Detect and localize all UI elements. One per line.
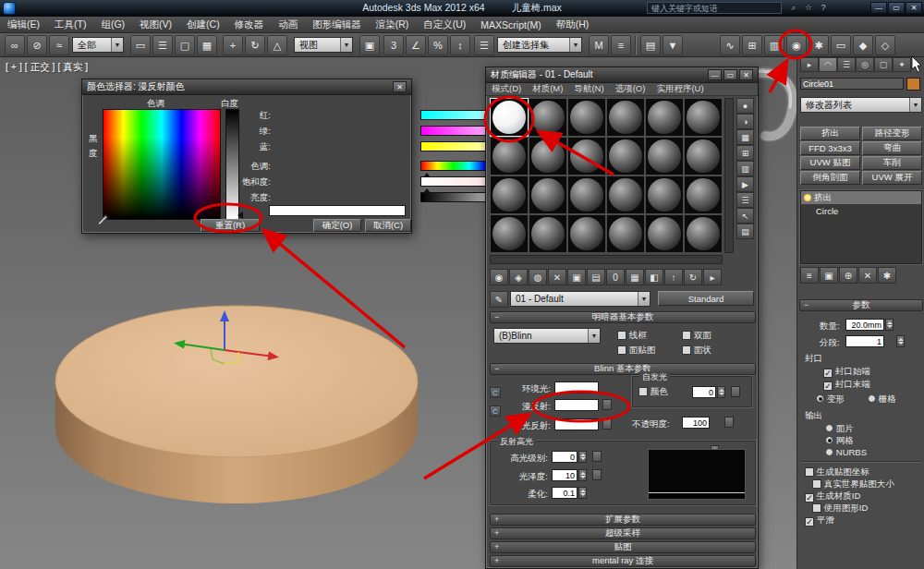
- menu-maxscript[interactable]: MAXScript(M): [473, 19, 548, 30]
- get-material-icon[interactable]: ◉: [490, 269, 508, 285]
- whiteness-marker-icon[interactable]: [237, 212, 243, 219]
- mental-ray-rollout[interactable]: +mental ray 连接: [490, 555, 756, 567]
- modifier-button-bevel-profile[interactable]: 倒角剖面: [800, 171, 860, 185]
- remove-modifier-icon[interactable]: ✕: [858, 267, 877, 284]
- render-iterative-icon[interactable]: ◇: [875, 35, 895, 55]
- menu-tools[interactable]: 工具(T): [47, 18, 93, 31]
- glossiness-spinner[interactable]: [578, 469, 587, 481]
- sample-type-icon[interactable]: ●: [736, 98, 754, 114]
- viewport-menu-shading[interactable]: [ 真实 ]: [57, 61, 88, 72]
- close-icon[interactable]: ✕: [393, 81, 407, 92]
- lock-diffuse-specular-icon[interactable]: C: [490, 406, 501, 417]
- render-production-icon[interactable]: ◆: [853, 35, 873, 55]
- reset-map-icon[interactable]: ✕: [548, 269, 566, 285]
- material-editor-titlebar[interactable]: 材质编辑器 - 01 - Default — ▭ ✕: [486, 67, 758, 83]
- cancel-button[interactable]: 取消(C): [365, 219, 411, 232]
- angle-snap-icon[interactable]: ∠: [406, 35, 426, 55]
- modifier-button-ffd[interactable]: FFD 3x3x3: [800, 141, 860, 155]
- tab-modify[interactable]: ◠: [819, 57, 837, 72]
- window-crossing-icon[interactable]: ▦: [197, 35, 217, 55]
- edit-named-selections-icon[interactable]: ☰: [474, 35, 494, 55]
- tab-motion[interactable]: ◎: [856, 57, 874, 72]
- video-color-check-icon[interactable]: ▥: [736, 161, 754, 176]
- tab-create[interactable]: ▸: [800, 57, 819, 72]
- shader-rollout-header[interactable]: −明暗器基本参数: [490, 311, 756, 323]
- material-name-dropdown[interactable]: 01 - Default▼: [510, 291, 650, 307]
- sample-slot[interactable]: [567, 98, 606, 137]
- menu-animation[interactable]: 动画: [271, 18, 305, 31]
- select-and-link-icon[interactable]: ∞: [5, 35, 25, 55]
- move-icon[interactable]: +: [223, 35, 243, 55]
- gen-mapping-checkbox[interactable]: [805, 467, 814, 477]
- minimize-button[interactable]: —: [870, 2, 887, 14]
- menu-options[interactable]: 选项(O): [610, 83, 651, 95]
- sample-slot[interactable]: [490, 214, 529, 253]
- amount-spinner[interactable]: [885, 319, 894, 331]
- glossiness-field[interactable]: 10: [552, 469, 578, 481]
- mesh-radio[interactable]: [825, 436, 833, 444]
- reset-button[interactable]: 重置(R): [201, 219, 260, 232]
- selection-filter-dropdown[interactable]: 全部▼: [72, 37, 124, 53]
- menu-views[interactable]: 视图(V): [132, 18, 179, 31]
- sample-slot[interactable]: [684, 98, 723, 137]
- menu-material[interactable]: 材质(M): [527, 83, 568, 95]
- morph-radio[interactable]: [816, 394, 824, 403]
- sample-slot[interactable]: [490, 137, 529, 176]
- modifier-button-unwrap-uvw[interactable]: UVW 展开: [862, 171, 922, 185]
- select-by-material-icon[interactable]: ↖: [736, 208, 754, 224]
- nurbs-radio[interactable]: [825, 448, 833, 456]
- put-to-library-icon[interactable]: ▤: [587, 269, 605, 285]
- sample-slot[interactable]: [684, 176, 723, 214]
- segments-spinner[interactable]: [896, 335, 905, 347]
- smooth-checkbox[interactable]: [805, 517, 814, 527]
- menu-modifiers[interactable]: 修改器: [227, 18, 272, 31]
- configure-sets-icon[interactable]: ✱: [878, 267, 896, 284]
- self-illum-field[interactable]: 0: [692, 386, 716, 398]
- object-name-field[interactable]: Circle01: [800, 78, 904, 90]
- assign-to-selection-icon[interactable]: ◍: [529, 269, 547, 285]
- sample-slot[interactable]: [490, 176, 529, 214]
- render-setup-icon[interactable]: ✱: [808, 35, 829, 55]
- wire-checkbox[interactable]: [617, 331, 626, 340]
- sample-slot[interactable]: [645, 98, 684, 137]
- material-navigator-icon[interactable]: ▤: [736, 224, 754, 239]
- segments-field[interactable]: 1: [845, 335, 884, 347]
- modifier-button-lathe[interactable]: 车削: [862, 156, 922, 170]
- sample-tiling-icon[interactable]: ⊞: [736, 145, 754, 161]
- diffuse-map-button[interactable]: [602, 399, 612, 410]
- align-icon[interactable]: ≡: [611, 35, 631, 55]
- specular-color-swatch[interactable]: [554, 418, 599, 430]
- parameters-rollout-header[interactable]: −参数: [799, 299, 923, 311]
- sample-slot[interactable]: [529, 98, 567, 137]
- cap-start-checkbox[interactable]: [823, 369, 833, 378]
- spec-level-spinner[interactable]: [578, 451, 587, 463]
- layer-manager-icon[interactable]: ▤: [640, 35, 661, 55]
- go-forward-icon[interactable]: ↻: [684, 269, 702, 285]
- star-icon[interactable]: ☆: [802, 2, 815, 14]
- stack-item-circle[interactable]: Circle: [801, 204, 921, 217]
- backlight-icon[interactable]: ◑: [736, 114, 754, 129]
- face-map-checkbox[interactable]: [617, 345, 626, 355]
- sample-slot[interactable]: [606, 214, 645, 253]
- pin-stack-icon[interactable]: ≡: [800, 267, 819, 284]
- sample-slot[interactable]: [529, 214, 567, 253]
- make-unique-icon[interactable]: ▣: [567, 269, 586, 285]
- graphite-toggle-icon[interactable]: ▼: [663, 35, 683, 55]
- sample-slot[interactable]: [606, 137, 645, 176]
- rendered-frame-icon[interactable]: ▭: [831, 35, 851, 55]
- modifier-list-dropdown[interactable]: 修改器列表▼: [800, 97, 922, 113]
- pick-material-icon[interactable]: ▸: [703, 269, 722, 285]
- eyedropper-icon[interactable]: ✎: [490, 291, 508, 308]
- close-icon[interactable]: ✕: [739, 69, 753, 80]
- modifier-button-uvw-map[interactable]: UVW 贴图: [800, 156, 860, 170]
- real-world-checkbox[interactable]: [812, 479, 821, 489]
- sample-slot[interactable]: [567, 137, 606, 176]
- show-map-in-viewport-icon[interactable]: ▦: [626, 269, 644, 285]
- put-to-scene-icon[interactable]: ◈: [509, 269, 528, 285]
- cap-end-checkbox[interactable]: [823, 381, 833, 391]
- use-center-icon[interactable]: ▣: [359, 35, 380, 55]
- select-object-icon[interactable]: ▭: [130, 35, 151, 55]
- opacity-field[interactable]: 100: [682, 417, 710, 429]
- make-preview-icon[interactable]: ▶: [736, 176, 754, 192]
- opacity-map-button[interactable]: [724, 417, 734, 428]
